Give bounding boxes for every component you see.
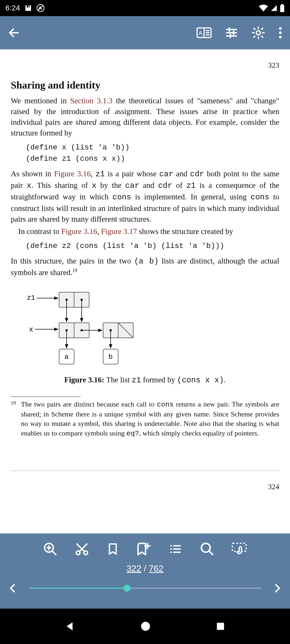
svg-rect-65 — [217, 623, 224, 630]
page-indicator[interactable]: 322 / 762 — [0, 564, 290, 574]
toc-icon[interactable] — [168, 541, 183, 557]
svg-point-57 — [170, 548, 172, 550]
slider-thumb[interactable] — [124, 585, 130, 592]
svg-rect-2 — [28, 6, 29, 7]
svg-line-46 — [52, 551, 56, 555]
bookmark-icon[interactable] — [106, 541, 119, 557]
fig-label-z1: z1 — [27, 294, 35, 302]
bookmark-add-icon[interactable] — [136, 541, 151, 557]
prev-page-icon[interactable] — [8, 581, 18, 596]
zoom-in-icon[interactable] — [43, 541, 58, 557]
link-section-313[interactable]: Section 3.1.3 — [70, 96, 113, 105]
page-content[interactable]: 323 Sharing and identity We mentioned in… — [0, 49, 290, 533]
save-icon — [24, 4, 32, 12]
tune-icon[interactable] — [224, 26, 238, 39]
link-fig317[interactable]: Figure 3.17 — [101, 227, 137, 236]
bottom-toolbar: 322 / 762 — [0, 533, 290, 609]
search-icon[interactable] — [200, 541, 215, 557]
svg-point-59 — [170, 551, 172, 553]
link-fig316b[interactable]: Figure 3.16 — [61, 227, 97, 236]
section-title: Sharing and identity — [11, 78, 279, 92]
more-icon[interactable] — [278, 26, 282, 39]
gear-icon[interactable] — [251, 26, 265, 40]
reading-mode-icon[interactable]: A — [197, 26, 212, 39]
battery-icon — [280, 4, 285, 12]
next-page-icon[interactable] — [272, 581, 282, 596]
svg-point-64 — [141, 622, 150, 631]
footnote-rule — [11, 397, 81, 397]
svg-point-55 — [170, 545, 172, 547]
page-number-next: 324 — [11, 482, 279, 492]
code-block-1: (define x (list 'a 'b)) (define z1 (cons… — [26, 142, 279, 164]
svg-point-22 — [279, 31, 282, 34]
svg-rect-5 — [280, 5, 284, 12]
cut-icon[interactable] — [74, 541, 89, 557]
page-slider[interactable] — [29, 588, 261, 589]
figure-caption: Figure 3.16: The list z1 formed by (cons… — [11, 374, 279, 386]
svg-point-23 — [279, 36, 282, 38]
svg-point-20 — [256, 31, 260, 35]
top-toolbar: A — [0, 16, 290, 49]
touch-icon[interactable] — [231, 541, 247, 557]
code-block-2: (define z2 (cons (list 'a 'b) (list 'a '… — [26, 240, 279, 252]
svg-point-21 — [279, 27, 282, 30]
fig-label-b: b — [108, 353, 113, 361]
fig-label-a: a — [64, 353, 69, 361]
figure-316: z1 x a b — [11, 288, 279, 366]
svg-line-4 — [38, 5, 43, 11]
svg-text:A: A — [199, 30, 202, 36]
page-divider: 324 — [11, 471, 279, 492]
link-fig316a[interactable]: Figure 3.16 — [54, 169, 91, 178]
paragraph-1: We mentioned in Section 3.1.3 the theore… — [11, 95, 279, 138]
status-bar: 6:24 — [0, 0, 290, 16]
wifi-icon — [259, 5, 268, 12]
page-number-top: 323 — [11, 60, 279, 71]
status-time: 6:24 — [5, 4, 20, 12]
noads-icon — [36, 4, 45, 12]
nav-home-icon[interactable] — [140, 621, 151, 632]
svg-line-62 — [209, 551, 213, 555]
nav-recent-icon[interactable] — [215, 621, 226, 632]
navigation-bar — [0, 609, 290, 644]
nav-back-icon[interactable] — [64, 620, 76, 632]
signal-icon — [270, 5, 278, 12]
back-icon[interactable] — [8, 26, 20, 39]
footnote-19: 19 The two pairs are distinct because ea… — [11, 400, 279, 438]
paragraph-4: In this structure, the pairs in the two … — [11, 255, 279, 278]
paragraph-2: As shown in Figure 3.16, z1 is a pair wh… — [11, 168, 279, 224]
fig-label-x: x — [29, 325, 33, 334]
paragraph-3: In contrast to Figure 3.16, Figure 3.17 … — [11, 226, 279, 237]
svg-rect-6 — [281, 4, 283, 5]
